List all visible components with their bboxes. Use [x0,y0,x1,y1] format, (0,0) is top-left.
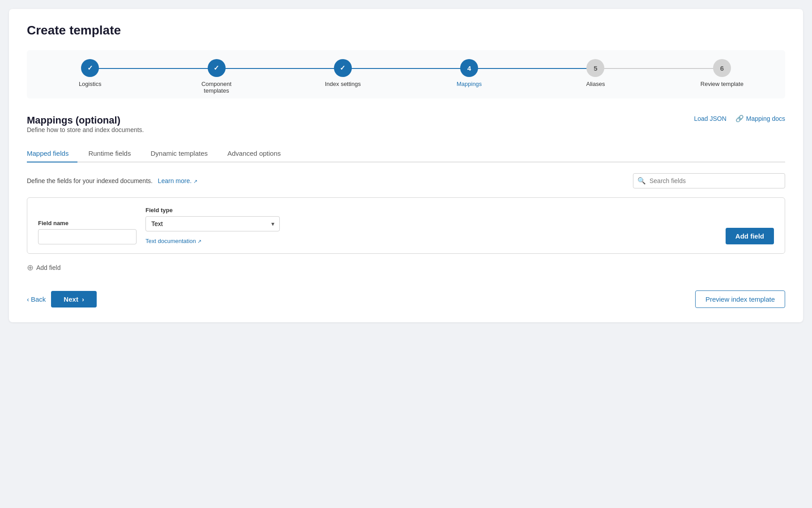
step-label-aliases: Aliases [586,81,605,87]
plus-circle-icon: ⊕ [27,263,34,273]
step-label-index-settings: Index settings [325,81,361,87]
chevron-right-icon: › [82,295,84,303]
step-circle-review-template: 6 [713,59,731,77]
tab-runtime-fields[interactable]: Runtime fields [88,145,140,162]
load-json-link[interactable]: Load JSON [694,115,726,122]
step-index-settings[interactable]: ✓ Index settings [280,59,406,87]
page-wrapper: Create template ✓ Logistics ✓ Component … [0,0,812,508]
header-links: Load JSON 🔗 Mapping docs [694,115,785,123]
field-name-col: Field name [38,220,137,244]
chevron-left-icon: ‹ [27,295,29,303]
tab-dynamic-templates[interactable]: Dynamic templates [150,145,217,162]
content-area: Define the fields for your indexed docum… [27,173,785,273]
preview-button[interactable]: Preview index template [695,290,785,308]
step-component-templates[interactable]: ✓ Component templates [153,59,279,94]
footer: ‹ Back Next › Preview index template [27,290,785,308]
search-icon: 🔍 [637,177,646,185]
footer-left: ‹ Back Next › [27,291,97,307]
section-desc: Define how to store and index documents. [27,126,144,133]
page-title: Create template [27,23,785,38]
step-label-logistics: Logistics [79,81,102,87]
next-label: Next [64,295,78,303]
define-row: Define the fields for your indexed docum… [27,173,785,188]
text-doc-link-anchor[interactable]: Text documentation ↗ [145,238,201,244]
step-circle-component-templates: ✓ [208,59,226,77]
field-type-label: Field type [145,207,280,213]
step-circle-aliases: 5 [586,59,604,77]
step-mappings[interactable]: 4 Mappings [406,59,532,87]
book-icon: 🔗 [735,115,744,123]
define-text-main: Define the fields for your indexed docum… [27,177,153,184]
tab-mapped-fields[interactable]: Mapped fields [27,145,77,162]
add-field-link[interactable]: ⊕ Add field [27,263,785,273]
step-review-template[interactable]: 6 Review template [659,59,785,87]
tab-advanced-options[interactable]: Advanced options [227,145,290,162]
step-circle-mappings: 4 [460,59,478,77]
step-label-component-templates: Component templates [192,81,241,94]
field-form-card: Field name Field type Text Keyword Integ… [27,197,785,254]
search-field-wrap: 🔍 [633,173,785,188]
search-input[interactable] [633,173,785,188]
text-doc-label: Text documentation [145,238,196,244]
field-form-row: Field name Field type Text Keyword Integ… [38,207,774,244]
define-text: Define the fields for your indexed docum… [27,177,197,184]
section-title: Mappings (optional) [27,115,144,126]
field-type-wrap: Text Keyword Integer Long Float Double B… [145,216,280,231]
next-button[interactable]: Next › [51,291,97,307]
step-label-mappings: Mappings [457,81,482,87]
add-field-button[interactable]: Add field [726,228,774,244]
field-type-select[interactable]: Text Keyword Integer Long Float Double B… [145,216,280,231]
step-logistics[interactable]: ✓ Logistics [27,59,153,87]
field-name-label: Field name [38,220,137,226]
external-link-icon: ↗ [193,179,197,184]
stepper: ✓ Logistics ✓ Component templates ✓ Inde… [27,50,785,98]
field-type-col: Field type Text Keyword Integer Long Flo… [145,207,280,244]
back-label: Back [31,295,46,303]
text-doc-link: Text documentation ↗ [145,238,280,244]
step-circle-logistics: ✓ [81,59,99,77]
main-card: Create template ✓ Logistics ✓ Component … [9,9,803,322]
learn-more-link[interactable]: Learn more. ↗ [156,177,197,184]
back-button[interactable]: ‹ Back [27,295,46,303]
field-name-input[interactable] [38,229,137,244]
learn-more-label: Learn more. [158,177,192,184]
step-label-review-template: Review template [701,81,744,87]
section-header: Mappings (optional) Define how to store … [27,115,785,142]
tabs: Mapped fields Runtime fields Dynamic tem… [27,145,785,162]
step-circle-index-settings: ✓ [334,59,352,77]
mapping-docs-label: Mapping docs [746,115,785,122]
step-aliases[interactable]: 5 Aliases [532,59,658,87]
section-title-wrap: Mappings (optional) Define how to store … [27,115,144,142]
add-field-link-label: Add field [36,264,60,271]
mapping-docs-link[interactable]: 🔗 Mapping docs [735,115,785,123]
external-link-icon2: ↗ [197,239,201,244]
